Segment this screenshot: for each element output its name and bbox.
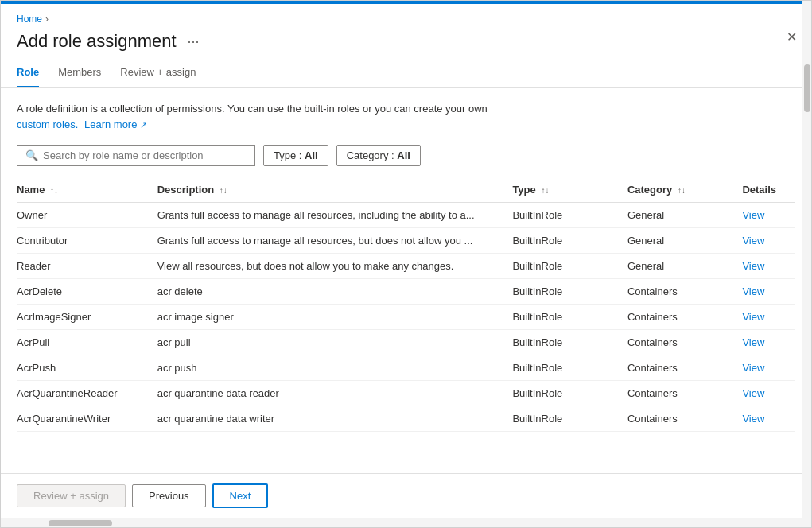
- review-assign-button[interactable]: Review + assign: [17, 484, 126, 507]
- cell-details-2[interactable]: View: [742, 254, 795, 279]
- cell-name-5: AcrPull: [17, 330, 157, 355]
- cell-type-6: BuiltInRole: [512, 355, 627, 381]
- cell-details-5[interactable]: View: [742, 330, 795, 355]
- cell-category-2: General: [627, 254, 743, 279]
- cell-desc-1: Grants full access to manage all resourc…: [157, 228, 513, 254]
- cell-details-4[interactable]: View: [742, 305, 795, 330]
- previous-button[interactable]: Previous: [132, 484, 206, 507]
- cell-desc-6: acr push: [157, 355, 513, 381]
- table-row[interactable]: AcrQuarantineWriter acr quarantine data …: [17, 406, 795, 432]
- cell-name-2: Reader: [17, 254, 157, 279]
- cell-category-5: Containers: [627, 330, 743, 355]
- table-header: Name ↑↓ Description ↑↓ Type ↑↓ Category …: [17, 177, 795, 203]
- search-box: 🔍: [17, 145, 255, 166]
- close-button[interactable]: ✕: [787, 31, 797, 44]
- cell-desc-7: acr quarantine data reader: [157, 381, 513, 406]
- cell-type-3: BuiltInRole: [512, 279, 627, 305]
- tab-members[interactable]: Members: [58, 60, 101, 87]
- type-label: Type :: [274, 149, 301, 161]
- cell-name-6: AcrPush: [17, 355, 157, 381]
- cell-category-4: Containers: [627, 305, 743, 330]
- footer-actions: Review + assign Previous Next: [1, 473, 811, 518]
- cell-category-0: General: [627, 203, 743, 228]
- type-filter-button[interactable]: Type : All: [263, 145, 328, 166]
- ellipsis-button[interactable]: ···: [185, 33, 203, 50]
- table-row[interactable]: AcrPull acr pull BuiltInRole Containers …: [17, 330, 795, 355]
- cell-category-1: General: [627, 228, 743, 254]
- category-value: All: [397, 149, 410, 161]
- table-body: Owner Grants full access to manage all r…: [17, 203, 795, 432]
- table-row[interactable]: Owner Grants full access to manage all r…: [17, 203, 795, 228]
- cell-category-3: Containers: [627, 279, 743, 305]
- cell-details-8[interactable]: View: [742, 406, 795, 432]
- horizontal-scroll-thumb[interactable]: [49, 520, 112, 526]
- cell-category-7: Containers: [627, 381, 743, 406]
- cell-desc-4: acr image signer: [157, 305, 513, 330]
- cell-type-4: BuiltInRole: [512, 305, 627, 330]
- table-row[interactable]: Reader View all resources, but does not …: [17, 254, 795, 279]
- type-value: All: [305, 149, 318, 161]
- breadcrumb-home[interactable]: Home: [17, 14, 42, 25]
- next-button[interactable]: Next: [212, 483, 269, 508]
- learn-more-link[interactable]: Learn more ↗: [84, 118, 147, 130]
- cell-details-0[interactable]: View: [742, 203, 795, 228]
- cell-details-1[interactable]: View: [742, 228, 795, 254]
- cell-desc-5: acr pull: [157, 330, 513, 355]
- sort-icon-name: ↑↓: [50, 186, 58, 195]
- cell-category-6: Containers: [627, 355, 743, 381]
- info-text-1: A role definition is a collection of per…: [17, 103, 488, 115]
- cell-type-5: BuiltInRole: [512, 330, 627, 355]
- cell-details-6[interactable]: View: [742, 355, 795, 381]
- search-input[interactable]: [43, 149, 247, 161]
- breadcrumb: Home ›: [1, 4, 811, 28]
- table-toolbar: 🔍 Type : All Category : All: [17, 145, 795, 166]
- main-content: A role definition is a collection of per…: [1, 88, 811, 473]
- cell-type-7: BuiltInRole: [512, 381, 627, 406]
- cell-desc-0: Grants full access to manage all resourc…: [157, 203, 513, 228]
- cell-type-0: BuiltInRole: [512, 203, 627, 228]
- table-row[interactable]: Contributor Grants full access to manage…: [17, 228, 795, 254]
- cell-type-8: BuiltInRole: [512, 406, 627, 432]
- category-filter-button[interactable]: Category : All: [336, 145, 421, 166]
- col-header-details: Details: [742, 177, 795, 203]
- table-row[interactable]: AcrQuarantineReader acr quarantine data …: [17, 381, 795, 406]
- tab-bar: Role Members Review + assign: [1, 60, 811, 88]
- cell-desc-8: acr quarantine data writer: [157, 406, 513, 432]
- sort-icon-type: ↑↓: [541, 186, 549, 195]
- vertical-scrollbar[interactable]: [802, 1, 811, 527]
- page-title: Add role assignment: [17, 31, 177, 52]
- horizontal-scrollbar[interactable]: [1, 518, 811, 527]
- cell-details-7[interactable]: View: [742, 381, 795, 406]
- vertical-scroll-thumb[interactable]: [804, 64, 810, 112]
- tab-review-assign[interactable]: Review + assign: [120, 60, 196, 87]
- add-role-assignment-window: Home › Add role assignment ··· ✕ Role Me…: [0, 0, 812, 528]
- col-header-description[interactable]: Description ↑↓: [157, 177, 513, 203]
- breadcrumb-separator: ›: [45, 14, 49, 25]
- table-row[interactable]: AcrDelete acr delete BuiltInRole Contain…: [17, 279, 795, 305]
- cell-name-4: AcrImageSigner: [17, 305, 157, 330]
- search-icon: 🔍: [25, 149, 38, 161]
- tab-role[interactable]: Role: [17, 60, 39, 87]
- cell-name-3: AcrDelete: [17, 279, 157, 305]
- table-row[interactable]: AcrPush acr push BuiltInRole Containers …: [17, 355, 795, 381]
- sort-icon-category: ↑↓: [678, 186, 686, 195]
- table-row[interactable]: AcrImageSigner acr image signer BuiltInR…: [17, 305, 795, 330]
- category-label: Category :: [347, 149, 394, 161]
- cell-name-1: Contributor: [17, 228, 157, 254]
- cell-type-2: BuiltInRole: [512, 254, 627, 279]
- page-header: Add role assignment ··· ✕: [1, 28, 811, 60]
- roles-table: Name ↑↓ Description ↑↓ Type ↑↓ Category …: [17, 177, 795, 432]
- cell-category-8: Containers: [627, 406, 743, 432]
- col-header-name[interactable]: Name ↑↓: [17, 177, 157, 203]
- col-header-category[interactable]: Category ↑↓: [627, 177, 743, 203]
- info-paragraph: A role definition is a collection of per…: [17, 101, 795, 132]
- sort-icon-description: ↑↓: [220, 186, 227, 195]
- cell-name-8: AcrQuarantineWriter: [17, 406, 157, 432]
- cell-desc-2: View all resources, but does not allow y…: [157, 254, 513, 279]
- col-header-type[interactable]: Type ↑↓: [512, 177, 627, 203]
- cell-type-1: BuiltInRole: [512, 228, 627, 254]
- cell-name-0: Owner: [17, 203, 157, 228]
- custom-roles-link[interactable]: custom roles.: [17, 118, 78, 130]
- cell-desc-3: acr delete: [157, 279, 513, 305]
- cell-details-3[interactable]: View: [742, 279, 795, 305]
